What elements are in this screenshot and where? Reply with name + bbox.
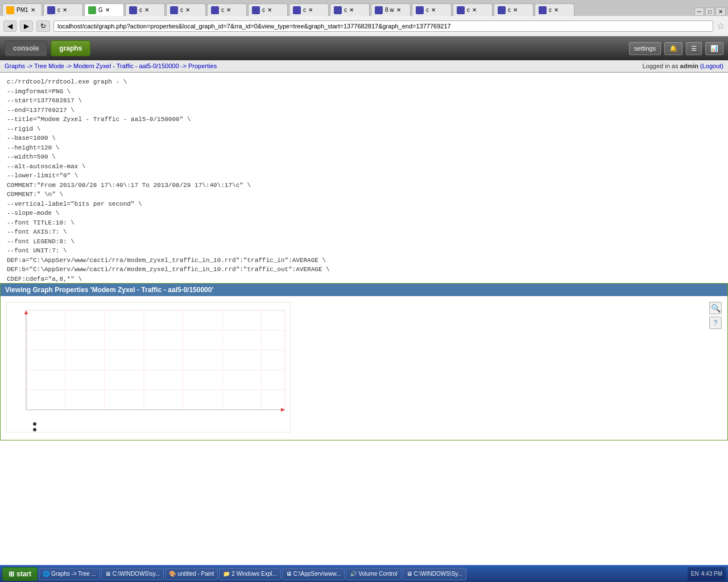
tab-close-icon[interactable]: ✕ (105, 7, 110, 13)
tab-c4[interactable]: c ✕ (166, 3, 206, 16)
taskbar-item-label: C:\AppServ\www... (293, 571, 341, 577)
command-line: --start=1377682817 \ (7, 96, 721, 106)
tab-c12[interactable]: c ✕ (535, 3, 574, 16)
tab-c2[interactable]: c ✕ (43, 3, 83, 16)
tab-8w[interactable]: 8 w ✕ (371, 3, 411, 16)
tab-close-icon[interactable]: ✕ (308, 7, 313, 13)
login-text: Logged in as (642, 63, 678, 69)
start-button[interactable]: ⊞ start (2, 567, 38, 581)
command-line: --slope-mode \ (7, 209, 721, 218)
taskbar-item-icon: 🌐 (43, 571, 49, 577)
tab-favicon (375, 6, 383, 14)
tab-close-icon[interactable]: ✕ (472, 7, 477, 13)
tab-favicon (47, 6, 55, 14)
address-bar: ◀ ▶ ↻ ☆ (0, 16, 728, 36)
taskbar-item-appserv[interactable]: 🖥 C:\AppServ\www... (282, 568, 345, 580)
tab-close-icon[interactable]: ✕ (267, 7, 272, 13)
menu-button[interactable]: ☰ (686, 42, 702, 55)
taskbar-item-graphs[interactable]: 🌐 Graphs -> Tree ... (39, 568, 100, 580)
zoom-icon: 🔍 (711, 304, 721, 313)
tab-c10[interactable]: c ✕ (453, 3, 493, 16)
notification-button[interactable]: 🔔 (664, 42, 682, 55)
tab-favicon (211, 6, 219, 14)
refresh-button[interactable]: ↻ (36, 20, 50, 32)
taskbar-item-icon: 🖥 (105, 571, 111, 577)
tab-c5[interactable]: c ✕ (207, 3, 247, 16)
graph-svg (6, 302, 291, 433)
tab-close-icon[interactable]: ✕ (554, 7, 559, 13)
command-line: --end=1377769217 \ (7, 106, 721, 115)
back-button[interactable]: ◀ (3, 20, 16, 32)
close-browser-button[interactable]: ✕ (715, 7, 726, 16)
start-icon: ⊞ (9, 570, 14, 578)
tab-label: 8 w (385, 7, 394, 13)
tab-close-icon[interactable]: ✕ (349, 7, 354, 13)
minimize-browser-button[interactable]: ─ (694, 7, 704, 16)
tab-c11[interactable]: c ✕ (494, 3, 533, 16)
command-line: CDEF:cdefa="a,8,*" \ (7, 275, 721, 284)
tab-close-icon[interactable]: ✕ (31, 7, 35, 13)
tab-favicon (498, 6, 506, 14)
command-line: --rigid \ (7, 124, 721, 134)
taskbar-item-paint[interactable]: 🎨 untitled - Paint (165, 568, 218, 580)
graphs-nav-button[interactable]: graphs (51, 40, 90, 56)
graph-properties-section: Viewing Graph Properties 'Modem Zyxel - … (0, 283, 728, 440)
tab-close-icon[interactable]: ✕ (226, 7, 231, 13)
tab-c9[interactable]: c ✕ (412, 3, 452, 16)
tab-c6[interactable]: c ✕ (248, 3, 288, 16)
cacti-nav: console graphs settings 🔔 ☰ 📊 (0, 36, 728, 60)
address-input[interactable] (53, 20, 713, 32)
taskbar-item-icon: 📁 (223, 571, 230, 577)
bookmark-icon[interactable]: ☆ (717, 20, 725, 31)
chart-button[interactable]: 📊 (705, 42, 723, 55)
tab-close-icon[interactable]: ✕ (396, 7, 401, 13)
logout-link[interactable]: (Logout) (700, 63, 723, 69)
tab-label: c (180, 7, 183, 13)
tab-bar: PM1 ✕ c ✕ G ✕ c ✕ c ✕ c ✕ (0, 0, 728, 16)
console-nav-button[interactable]: console (5, 40, 47, 56)
taskbar-item-windows2[interactable]: 🖥 C:\WINDOWS\Sy... (403, 568, 466, 580)
help-button[interactable]: ? (709, 317, 722, 329)
taskbar-item-volume[interactable]: 🔊 Volume Control (346, 568, 401, 580)
tab-close-icon[interactable]: ✕ (431, 7, 436, 13)
tab-g-active[interactable]: G ✕ (84, 3, 124, 16)
tab-favicon (129, 6, 137, 14)
command-line: COMMENT:" \n" \ (7, 190, 721, 199)
settings-button[interactable]: settings (629, 42, 661, 55)
graph-properties-title: Viewing Graph Properties 'Modem Zyxel - … (5, 286, 213, 294)
breadcrumb-device-link[interactable]: Modem Zyxel - Traffic - aal5-0/150000 (73, 63, 179, 69)
breadcrumb-sep3: -> (181, 63, 188, 69)
forward-button[interactable]: ▶ (20, 20, 33, 32)
zoom-button[interactable]: 🔍 (709, 302, 722, 314)
taskbar-item-label: C:\WINDOWS\Sy... (414, 571, 462, 577)
taskbar-item-label: Graphs -> Tree ... (51, 571, 96, 577)
tab-close-icon[interactable]: ✕ (63, 7, 67, 13)
tab-close-icon[interactable]: ✕ (144, 7, 149, 13)
command-line: --height=120 \ (7, 143, 721, 153)
taskbar-item-icon: 🔊 (350, 571, 357, 577)
cacti-logo: settings 🔔 ☰ 📊 (629, 42, 723, 55)
console-label: console (13, 44, 39, 52)
maximize-browser-button[interactable]: □ (705, 7, 714, 16)
tab-close-icon[interactable]: ✕ (185, 7, 190, 13)
tab-label: c (344, 7, 347, 13)
tab-c8[interactable]: c ✕ (330, 3, 370, 16)
breadcrumb-graphs-link[interactable]: Graphs (5, 63, 25, 69)
command-line: --alt-autoscale-max \ (7, 162, 721, 172)
breadcrumb-treemode-link[interactable]: Tree Mode (34, 63, 64, 69)
tab-close-icon[interactable]: ✕ (513, 7, 518, 13)
taskbar-item-windows1[interactable]: 🖥 C:\WINDOWS\sy... (101, 568, 164, 580)
taskbar-item-label: untitled - Paint (177, 571, 214, 577)
tab-c3[interactable]: c ✕ (125, 3, 165, 16)
command-line: COMMENT:"From 2013/08/28 17\:40\:17 To 2… (7, 181, 721, 190)
tab-label: c (262, 7, 265, 13)
taskbar-item-explorer[interactable]: 📁 2 Windows Expl... (219, 568, 280, 580)
tab-pm1[interactable]: PM1 ✕ (2, 3, 42, 16)
tab-label: c (303, 7, 306, 13)
tab-c7[interactable]: c ✕ (289, 3, 329, 16)
graph-tools: 🔍 ? (709, 302, 722, 434)
login-info: Logged in as admin (Logout) (642, 63, 723, 69)
command-line: --font UNIT:7: \ (7, 246, 721, 256)
graphs-label: graphs (59, 44, 82, 52)
clock: 4:43 PM (701, 571, 722, 577)
